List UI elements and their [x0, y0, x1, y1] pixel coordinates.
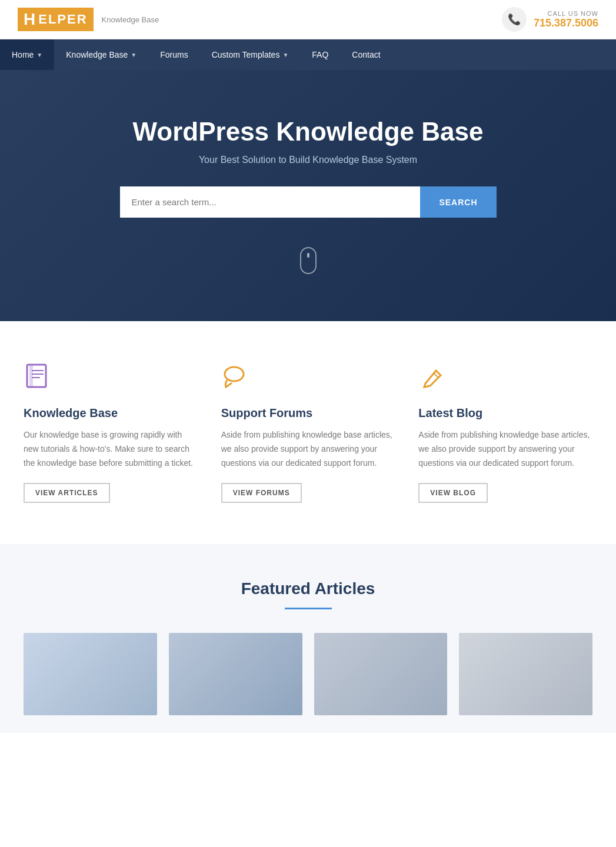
logo-area: H ELPER Knowledge Base: [18, 8, 159, 31]
article-thumb-1[interactable]: [24, 633, 157, 715]
nav-faq-label: FAQ: [312, 50, 328, 59]
support-forums-icon: [221, 362, 395, 396]
call-area: 📞 CALL US NOW 715.387.5006: [502, 7, 598, 32]
article-thumb-2[interactable]: [169, 633, 302, 715]
article-thumb-4[interactable]: [459, 633, 592, 715]
logo-h-letter: H: [24, 10, 36, 29]
section-divider: [285, 608, 332, 609]
nav-item-custom-templates[interactable]: Custom Templates ▼: [200, 39, 301, 70]
view-forums-button[interactable]: VIEW FORUMS: [221, 483, 302, 503]
main-nav: Home ▼ Knowledge Base ▼ Forums Custom Te…: [0, 39, 616, 70]
featured-articles-title: Featured Articles: [24, 579, 592, 598]
nav-forums-label: Forums: [160, 50, 188, 59]
nav-item-home[interactable]: Home ▼: [0, 39, 54, 70]
nav-item-faq[interactable]: FAQ: [300, 39, 340, 70]
hero-section: WordPress Knowledge Base Your Best Solut…: [0, 70, 616, 321]
nav-item-forums[interactable]: Forums: [148, 39, 199, 70]
nav-item-contact[interactable]: Contact: [340, 39, 392, 70]
feature-card-support-forums: Support Forums Aside from publishing kno…: [221, 362, 395, 503]
feature-blog-desc: Aside from publishing knowledge base art…: [418, 428, 592, 470]
view-articles-button[interactable]: VIEW ARTICLES: [24, 483, 110, 503]
svg-point-5: [225, 367, 244, 381]
search-input[interactable]: [120, 186, 421, 218]
call-number[interactable]: 715.387.5006: [534, 17, 598, 29]
articles-grid: [24, 633, 592, 715]
scroll-mouse-icon: [300, 247, 317, 274]
features-section: Knowledge Base Our knowledge base is gro…: [0, 321, 616, 544]
search-bar: SEARCH: [120, 186, 497, 218]
hero-subtitle: Your Best Solution to Build Knowledge Ba…: [199, 155, 417, 165]
nav-home-label: Home: [12, 50, 34, 59]
logo-name: ELPER: [38, 12, 87, 27]
knowledge-base-icon: [24, 362, 198, 396]
nav-item-knowledge-base[interactable]: Knowledge Base ▼: [54, 39, 148, 70]
view-blog-button[interactable]: VIEW BLOG: [418, 483, 488, 503]
phone-icon: 📞: [502, 7, 527, 32]
article-thumb-3[interactable]: [314, 633, 448, 715]
nav-home-arrow: ▼: [36, 52, 42, 58]
call-label: CALL US NOW: [534, 10, 598, 17]
feature-card-latest-blog: Latest Blog Aside from publishing knowle…: [418, 362, 592, 503]
nav-templates-arrow: ▼: [282, 52, 288, 58]
feature-forums-title: Support Forums: [221, 406, 395, 420]
nav-kb-arrow: ▼: [131, 52, 136, 58]
nav-templates-label: Custom Templates: [212, 50, 280, 59]
svg-rect-1: [29, 365, 33, 387]
hero-title: WordPress Knowledge Base: [133, 117, 484, 146]
nav-kb-label: Knowledge Base: [66, 50, 128, 59]
logo[interactable]: H ELPER: [18, 8, 94, 31]
featured-articles-section: Featured Articles: [0, 544, 616, 733]
feature-forums-desc: Aside from publishing knowledge base art…: [221, 428, 395, 470]
svg-line-6: [434, 373, 438, 378]
feature-blog-title: Latest Blog: [418, 406, 592, 420]
logo-subtitle: Knowledge Base: [102, 15, 159, 24]
nav-contact-label: Contact: [352, 50, 380, 59]
feature-kb-desc: Our knowledge base is growing rapidly wi…: [24, 428, 198, 470]
search-button[interactable]: SEARCH: [420, 186, 496, 218]
feature-kb-title: Knowledge Base: [24, 406, 198, 420]
call-text: CALL US NOW 715.387.5006: [534, 10, 598, 29]
feature-card-knowledge-base: Knowledge Base Our knowledge base is gro…: [24, 362, 198, 503]
scroll-dot: [307, 253, 309, 258]
site-header: H ELPER Knowledge Base 📞 CALL US NOW 715…: [0, 0, 616, 39]
latest-blog-icon: [418, 362, 592, 396]
